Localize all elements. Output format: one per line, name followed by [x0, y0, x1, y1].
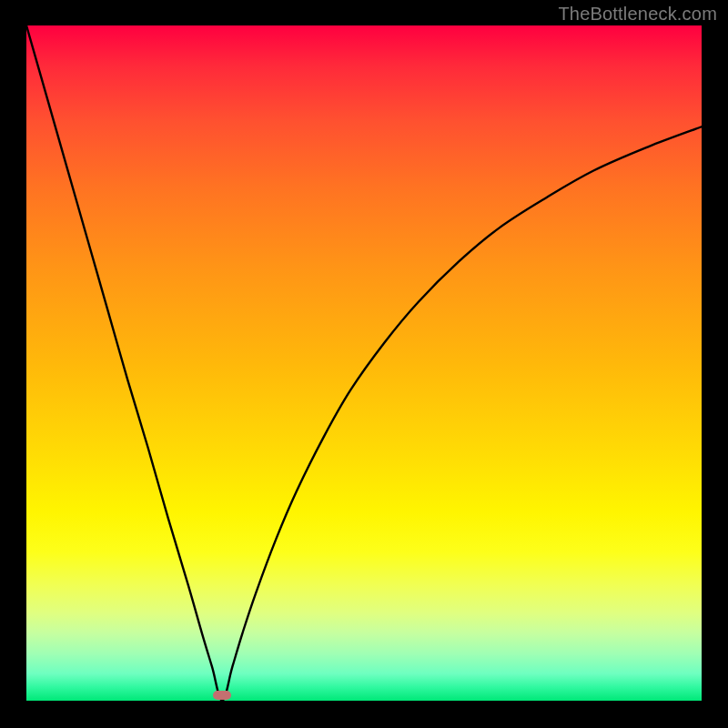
plot-area [26, 25, 702, 701]
watermark-text: TheBottleneck.com [558, 4, 717, 25]
minimum-marker [213, 691, 231, 700]
curve-path [26, 25, 702, 701]
bottleneck-curve [26, 25, 702, 701]
chart-container: TheBottleneck.com [0, 0, 728, 728]
